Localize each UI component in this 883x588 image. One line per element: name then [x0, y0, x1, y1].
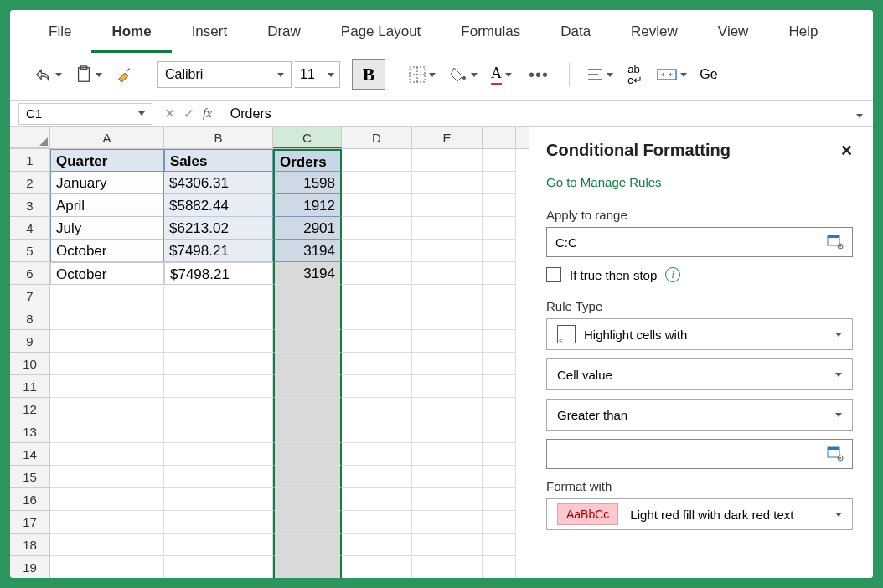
- cell-D1[interactable]: [342, 149, 412, 172]
- cell-C11[interactable]: [273, 375, 342, 398]
- cell-F8[interactable]: [483, 307, 516, 330]
- cell-A14[interactable]: [50, 443, 164, 466]
- cell-E9[interactable]: [412, 330, 483, 353]
- cell-D17[interactable]: [342, 511, 412, 534]
- format-with-select[interactable]: AaBbCc Light red fill with dark red text: [546, 498, 853, 530]
- cell-E1[interactable]: [412, 149, 483, 172]
- cell-D9[interactable]: [342, 330, 412, 353]
- row-header[interactable]: 13: [10, 420, 50, 443]
- cell-B4[interactable]: $6213.02: [164, 217, 273, 240]
- cell-B5[interactable]: $7498.21: [164, 240, 273, 262]
- row-header[interactable]: 8: [10, 307, 50, 330]
- cell-F13[interactable]: [483, 420, 516, 443]
- cell-F19[interactable]: [483, 556, 516, 578]
- formula-expand-button[interactable]: [843, 106, 873, 121]
- tab-data[interactable]: Data: [540, 17, 611, 53]
- cell-C8[interactable]: [273, 307, 342, 330]
- cell-D14[interactable]: [342, 443, 412, 466]
- cell-C14[interactable]: [273, 443, 342, 466]
- cell-B14[interactable]: [164, 443, 273, 466]
- cell-E10[interactable]: [412, 353, 483, 375]
- row-header[interactable]: 19: [10, 556, 50, 578]
- row-header[interactable]: 2: [10, 172, 50, 194]
- stop-if-true-checkbox[interactable]: [546, 267, 561, 282]
- row-header[interactable]: 11: [10, 375, 50, 398]
- row-header[interactable]: 15: [10, 466, 50, 488]
- cell-B6[interactable]: $7498.21: [164, 262, 273, 285]
- cell-E13[interactable]: [412, 420, 483, 443]
- cell-B1[interactable]: Sales: [164, 149, 273, 172]
- cell-C16[interactable]: [273, 488, 342, 511]
- cell-E18[interactable]: [412, 534, 483, 556]
- cell-C17[interactable]: [273, 511, 342, 534]
- cell-D6[interactable]: [342, 262, 412, 285]
- cell-F1[interactable]: [483, 149, 516, 172]
- cell-D19[interactable]: [342, 556, 412, 578]
- cell-C13[interactable]: [273, 420, 342, 443]
- cell-E11[interactable]: [412, 375, 483, 398]
- cell-B9[interactable]: [164, 330, 273, 353]
- cell-B12[interactable]: [164, 398, 273, 420]
- row-header[interactable]: 16: [10, 488, 50, 511]
- tab-home[interactable]: Home: [91, 17, 171, 53]
- cell-E12[interactable]: [412, 398, 483, 420]
- cell-A18[interactable]: [50, 534, 164, 556]
- cell-D8[interactable]: [342, 307, 412, 330]
- fill-color-button[interactable]: [444, 61, 483, 88]
- cell-D12[interactable]: [342, 398, 412, 420]
- apply-range-input[interactable]: C:C: [546, 227, 853, 257]
- cell-D7[interactable]: [342, 285, 412, 307]
- cell-F12[interactable]: [483, 398, 516, 420]
- wrap-text-button[interactable]: abc↵: [622, 61, 648, 88]
- cell-F15[interactable]: [483, 466, 516, 488]
- name-box[interactable]: C1: [18, 103, 152, 125]
- cell-B15[interactable]: [164, 466, 273, 488]
- cell-B2[interactable]: $4306.31: [164, 172, 273, 194]
- cell-E19[interactable]: [412, 556, 483, 578]
- cell-A7[interactable]: [50, 285, 164, 307]
- cell-D11[interactable]: [342, 375, 412, 398]
- cell-A16[interactable]: [50, 488, 164, 511]
- cell-B10[interactable]: [164, 353, 273, 375]
- cell-D18[interactable]: [342, 534, 412, 556]
- cell-F16[interactable]: [483, 488, 516, 511]
- cell-B17[interactable]: [164, 511, 273, 534]
- cell-B8[interactable]: [164, 307, 273, 330]
- cell-F10[interactable]: [483, 353, 516, 375]
- cell-F2[interactable]: [483, 172, 516, 194]
- cell-C18[interactable]: [273, 534, 342, 556]
- borders-button[interactable]: [404, 61, 441, 88]
- cell-D15[interactable]: [342, 466, 412, 488]
- cell-E7[interactable]: [412, 285, 483, 307]
- cell-B3[interactable]: $5882.44: [164, 194, 273, 217]
- row-header[interactable]: 18: [10, 534, 50, 556]
- cell-E17[interactable]: [412, 511, 483, 534]
- more-options-button[interactable]: •••: [520, 65, 557, 85]
- col-header-a[interactable]: A: [50, 127, 164, 148]
- cell-A3[interactable]: April: [50, 194, 164, 217]
- row-header[interactable]: 4: [10, 217, 50, 240]
- row-header[interactable]: 1: [10, 149, 50, 172]
- cell-E6[interactable]: [412, 262, 483, 285]
- cell-A5[interactable]: October: [50, 240, 164, 262]
- cell-C15[interactable]: [273, 466, 342, 488]
- cell-A12[interactable]: [50, 398, 164, 420]
- close-icon[interactable]: ✕: [840, 142, 853, 160]
- cell-A13[interactable]: [50, 420, 164, 443]
- cell-F4[interactable]: [483, 217, 516, 240]
- cell-C1[interactable]: Orders: [273, 149, 342, 172]
- font-color-button[interactable]: A: [486, 61, 517, 88]
- cell-F17[interactable]: [483, 511, 516, 534]
- row-header[interactable]: 9: [10, 330, 50, 353]
- col-header-f[interactable]: [483, 127, 516, 148]
- cell-D2[interactable]: [342, 172, 412, 194]
- range-picker-icon[interactable]: [827, 446, 844, 462]
- cell-A2[interactable]: January: [50, 172, 164, 194]
- info-icon[interactable]: i: [665, 267, 680, 282]
- cell-C9[interactable]: [273, 330, 342, 353]
- cell-F14[interactable]: [483, 443, 516, 466]
- cell-F5[interactable]: [483, 240, 516, 262]
- manage-rules-link[interactable]: Go to Manage Rules: [546, 175, 853, 189]
- cell-F3[interactable]: [483, 194, 516, 217]
- cell-A15[interactable]: [50, 466, 164, 488]
